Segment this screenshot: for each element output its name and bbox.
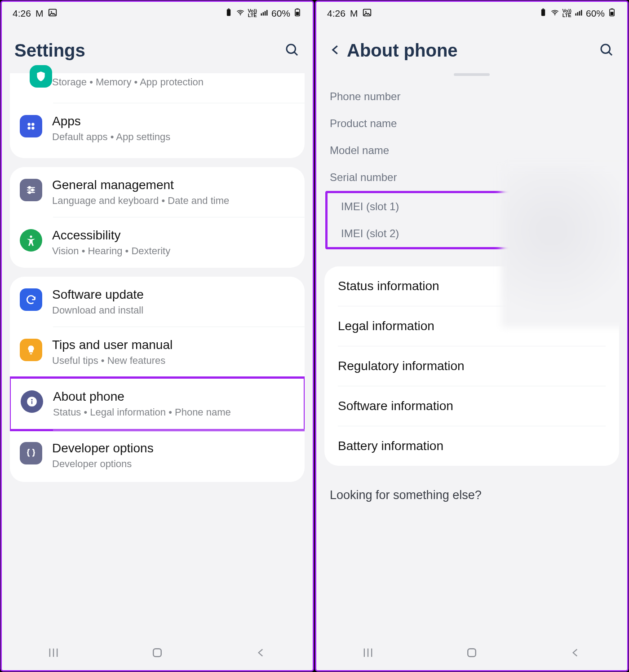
settings-about-phone[interactable]: About phoneStatus • Legal information • … <box>11 379 304 429</box>
braces-icon <box>20 442 42 464</box>
image-icon <box>362 8 372 20</box>
svg-point-26 <box>31 399 32 400</box>
back-button[interactable] <box>248 644 275 662</box>
battery-pct: 60% <box>586 8 605 19</box>
settings-accessibility[interactable]: AccessibilityVision • Hearing • Dexterit… <box>10 217 305 268</box>
page-title: About phone <box>347 40 598 61</box>
clock: 4:26 <box>327 8 346 19</box>
svg-rect-43 <box>611 12 614 15</box>
settings-apps[interactable]: AppsDefault apps • App settings <box>10 103 305 154</box>
svg-point-23 <box>29 191 31 193</box>
svg-rect-7 <box>265 11 266 15</box>
volte-icon: Vo))LTE <box>248 9 257 18</box>
nav-bar <box>316 635 627 670</box>
accessibility-icon <box>20 229 42 252</box>
svg-rect-35 <box>543 8 544 9</box>
row-regulatory-information[interactable]: Regulatory information <box>324 346 619 386</box>
svg-rect-11 <box>296 12 299 15</box>
svg-rect-37 <box>575 13 576 15</box>
gmail-icon: M <box>35 8 44 19</box>
svg-point-17 <box>31 127 35 130</box>
gmail-icon: M <box>350 8 358 19</box>
device-info-section: Phone number Product name Model name Ser… <box>316 80 627 254</box>
svg-point-22 <box>31 189 33 190</box>
status-bar: 4:26 M Vo))LTE 60% <box>316 2 627 25</box>
info-product-name[interactable]: Product name <box>316 110 627 137</box>
clock: 4:26 <box>13 8 31 19</box>
volte-icon: Vo))LTE <box>562 9 571 18</box>
svg-rect-3 <box>228 8 230 9</box>
back-button[interactable] <box>562 644 589 662</box>
svg-point-21 <box>29 186 31 188</box>
settings-tips[interactable]: Tips and user manualUseful tips • New fe… <box>10 327 305 377</box>
redacted-values <box>501 166 627 327</box>
row-software-information[interactable]: Software information <box>324 386 619 426</box>
info-model-name[interactable]: Model name <box>316 137 627 164</box>
screenshot-right: 4:26 M Vo))LTE 60% About phone Phone num… <box>315 0 629 672</box>
svg-line-45 <box>609 52 612 55</box>
svg-rect-38 <box>577 12 579 15</box>
svg-rect-49 <box>468 649 476 657</box>
svg-rect-40 <box>581 10 582 15</box>
svg-point-24 <box>30 235 32 238</box>
highlight-about-phone: About phoneStatus • Legal information • … <box>10 376 305 431</box>
svg-point-1 <box>51 11 52 12</box>
update-icon <box>20 288 42 311</box>
svg-line-13 <box>294 52 298 55</box>
sliders-icon <box>20 179 42 201</box>
image-icon <box>48 8 58 20</box>
row-battery-information[interactable]: Battery information <box>324 426 619 466</box>
screenshot-left: 4:26 M Vo))LTE 60% Settings Storage • Me… <box>0 0 314 672</box>
svg-rect-6 <box>263 12 264 15</box>
svg-rect-31 <box>153 649 161 657</box>
svg-rect-27 <box>31 401 32 404</box>
svg-point-33 <box>365 11 367 12</box>
apps-icon <box>20 115 42 137</box>
signal-icon <box>574 8 583 19</box>
bulb-icon <box>20 339 42 361</box>
battery-saver-icon <box>539 8 548 19</box>
status-bar: 4:26 M Vo))LTE 60% <box>2 2 313 25</box>
home-button[interactable] <box>458 644 485 662</box>
svg-point-4 <box>240 14 241 15</box>
battery-icon <box>293 8 302 19</box>
card-device-care-partial[interactable]: Storage • Memory • App protection AppsDe… <box>10 73 305 158</box>
search-icon[interactable] <box>284 42 300 60</box>
device-care-sub: Storage • Memory • App protection <box>52 76 295 89</box>
svg-rect-34 <box>541 9 545 16</box>
settings-software-update[interactable]: Software updateDownload and install <box>10 277 305 327</box>
looking-for-else: Looking for something else? <box>316 472 627 502</box>
wifi-icon <box>550 8 559 19</box>
signal-icon <box>260 8 269 19</box>
card-system: Software updateDownload and install Tips… <box>10 277 305 482</box>
info-phone-number[interactable]: Phone number <box>316 83 627 110</box>
wifi-icon <box>236 8 245 19</box>
home-button[interactable] <box>144 644 171 662</box>
card-general: General managementLanguage and keyboard … <box>10 167 305 268</box>
svg-point-14 <box>27 123 30 126</box>
page-title: Settings <box>14 40 284 61</box>
back-icon[interactable] <box>329 43 347 58</box>
svg-point-16 <box>27 127 30 130</box>
svg-rect-5 <box>261 13 262 15</box>
settings-general-management[interactable]: General managementLanguage and keyboard … <box>10 167 305 217</box>
settings-developer-options[interactable]: Developer optionsDeveloper options <box>10 430 305 481</box>
svg-point-15 <box>31 123 35 126</box>
drag-handle[interactable] <box>454 73 490 76</box>
battery-pct: 60% <box>271 8 290 19</box>
info-icon <box>21 390 43 413</box>
recents-button[interactable] <box>354 644 381 662</box>
nav-bar <box>2 635 313 670</box>
svg-point-36 <box>554 14 555 15</box>
battery-icon <box>607 8 616 19</box>
recents-button[interactable] <box>40 644 67 662</box>
battery-saver-icon <box>224 8 233 19</box>
svg-rect-39 <box>579 11 580 15</box>
header: About phone <box>316 25 627 73</box>
shield-icon <box>30 65 52 88</box>
svg-rect-8 <box>266 10 268 15</box>
svg-rect-2 <box>227 9 230 16</box>
search-icon[interactable] <box>598 42 615 60</box>
